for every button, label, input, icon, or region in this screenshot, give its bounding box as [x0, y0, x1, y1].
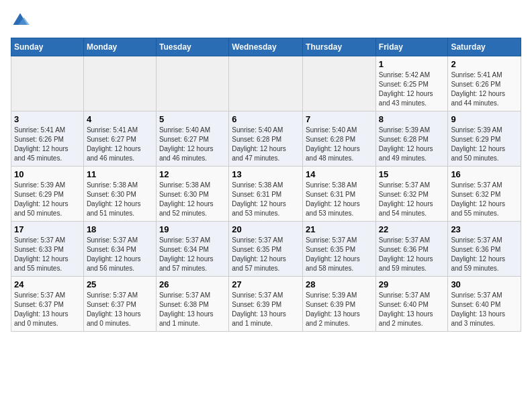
day-info: Sunrise: 5:37 AM Sunset: 6:34 PM Dayligh… [87, 236, 153, 273]
day-info: Sunrise: 5:37 AM Sunset: 6:36 PM Dayligh… [379, 236, 445, 273]
calendar-cell [229, 56, 303, 111]
day-info: Sunrise: 5:37 AM Sunset: 6:36 PM Dayligh… [451, 236, 518, 273]
calendar-cell [156, 56, 228, 111]
day-number: 22 [379, 224, 445, 234]
day-number: 13 [232, 169, 300, 179]
calendar-week-row: 17Sunrise: 5:37 AM Sunset: 6:33 PM Dayli… [11, 222, 521, 277]
calendar-cell: 17Sunrise: 5:37 AM Sunset: 6:33 PM Dayli… [11, 222, 84, 277]
day-info: Sunrise: 5:37 AM Sunset: 6:39 PM Dayligh… [232, 291, 300, 328]
calendar-cell: 30Sunrise: 5:37 AM Sunset: 6:40 PM Dayli… [448, 277, 521, 332]
day-number: 11 [87, 169, 153, 179]
calendar-cell: 2Sunrise: 5:41 AM Sunset: 6:26 PM Daylig… [448, 56, 521, 111]
day-number: 29 [379, 279, 445, 289]
logo [11, 11, 32, 30]
calendar-cell: 14Sunrise: 5:38 AM Sunset: 6:31 PM Dayli… [303, 167, 376, 222]
calendar-cell: 24Sunrise: 5:37 AM Sunset: 6:37 PM Dayli… [11, 277, 84, 332]
calendar-cell: 15Sunrise: 5:37 AM Sunset: 6:32 PM Dayli… [375, 167, 448, 222]
day-number: 28 [306, 279, 373, 289]
calendar-cell: 16Sunrise: 5:37 AM Sunset: 6:32 PM Dayli… [448, 167, 521, 222]
weekday-header-wednesday: Wednesday [229, 38, 303, 56]
day-info: Sunrise: 5:39 AM Sunset: 6:29 PM Dayligh… [451, 126, 518, 163]
day-info: Sunrise: 5:39 AM Sunset: 6:39 PM Dayligh… [306, 291, 373, 328]
calendar-cell: 3Sunrise: 5:41 AM Sunset: 6:26 PM Daylig… [11, 111, 84, 167]
day-info: Sunrise: 5:41 AM Sunset: 6:26 PM Dayligh… [14, 126, 81, 163]
day-info: Sunrise: 5:40 AM Sunset: 6:28 PM Dayligh… [306, 126, 373, 163]
calendar-cell: 29Sunrise: 5:37 AM Sunset: 6:40 PM Dayli… [375, 277, 448, 332]
day-info: Sunrise: 5:38 AM Sunset: 6:31 PM Dayligh… [232, 181, 300, 218]
day-info: Sunrise: 5:37 AM Sunset: 6:37 PM Dayligh… [14, 291, 81, 328]
day-number: 26 [159, 279, 226, 289]
day-info: Sunrise: 5:37 AM Sunset: 6:32 PM Dayligh… [451, 181, 518, 218]
day-info: Sunrise: 5:37 AM Sunset: 6:40 PM Dayligh… [451, 291, 518, 328]
day-info: Sunrise: 5:41 AM Sunset: 6:26 PM Dayligh… [451, 71, 518, 108]
day-info: Sunrise: 5:38 AM Sunset: 6:30 PM Dayligh… [159, 181, 226, 218]
day-info: Sunrise: 5:37 AM Sunset: 6:33 PM Dayligh… [14, 236, 81, 273]
calendar-cell: 6Sunrise: 5:40 AM Sunset: 6:28 PM Daylig… [229, 111, 303, 167]
day-number: 1 [379, 59, 445, 69]
calendar-week-row: 3Sunrise: 5:41 AM Sunset: 6:26 PM Daylig… [11, 111, 521, 167]
day-number: 17 [14, 224, 81, 234]
calendar-cell: 27Sunrise: 5:37 AM Sunset: 6:39 PM Dayli… [229, 277, 303, 332]
calendar-cell [11, 56, 84, 111]
day-info: Sunrise: 5:37 AM Sunset: 6:35 PM Dayligh… [232, 236, 300, 273]
weekday-header-thursday: Thursday [303, 38, 376, 56]
weekday-header-saturday: Saturday [448, 38, 521, 56]
weekday-header-row: SundayMondayTuesdayWednesdayThursdayFrid… [11, 38, 521, 56]
calendar-cell: 1Sunrise: 5:42 AM Sunset: 6:25 PM Daylig… [375, 56, 448, 111]
calendar-cell: 25Sunrise: 5:37 AM Sunset: 6:37 PM Dayli… [83, 277, 156, 332]
calendar-cell: 4Sunrise: 5:41 AM Sunset: 6:27 PM Daylig… [83, 111, 156, 167]
day-info: Sunrise: 5:41 AM Sunset: 6:27 PM Dayligh… [87, 126, 153, 163]
calendar-week-row: 1Sunrise: 5:42 AM Sunset: 6:25 PM Daylig… [11, 56, 521, 111]
calendar-cell: 22Sunrise: 5:37 AM Sunset: 6:36 PM Dayli… [375, 222, 448, 277]
calendar-cell: 20Sunrise: 5:37 AM Sunset: 6:35 PM Dayli… [229, 222, 303, 277]
day-number: 14 [306, 169, 373, 179]
day-number: 10 [14, 169, 81, 179]
weekday-header-tuesday: Tuesday [156, 38, 228, 56]
day-info: Sunrise: 5:39 AM Sunset: 6:29 PM Dayligh… [14, 181, 81, 218]
weekday-header-friday: Friday [375, 38, 448, 56]
day-info: Sunrise: 5:37 AM Sunset: 6:34 PM Dayligh… [159, 236, 226, 273]
day-number: 15 [379, 169, 445, 179]
day-info: Sunrise: 5:38 AM Sunset: 6:30 PM Dayligh… [87, 181, 153, 218]
day-number: 9 [451, 114, 518, 124]
calendar-cell [83, 56, 156, 111]
day-number: 5 [159, 114, 226, 124]
day-number: 19 [159, 224, 226, 234]
calendar-cell: 19Sunrise: 5:37 AM Sunset: 6:34 PM Dayli… [156, 222, 228, 277]
calendar-cell: 26Sunrise: 5:37 AM Sunset: 6:38 PM Dayli… [156, 277, 228, 332]
calendar-cell: 23Sunrise: 5:37 AM Sunset: 6:36 PM Dayli… [448, 222, 521, 277]
calendar-cell: 18Sunrise: 5:37 AM Sunset: 6:34 PM Dayli… [83, 222, 156, 277]
day-number: 3 [14, 114, 81, 124]
day-number: 16 [451, 169, 518, 179]
calendar-cell: 5Sunrise: 5:40 AM Sunset: 6:27 PM Daylig… [156, 111, 228, 167]
calendar-cell: 13Sunrise: 5:38 AM Sunset: 6:31 PM Dayli… [229, 167, 303, 222]
calendar-cell: 12Sunrise: 5:38 AM Sunset: 6:30 PM Dayli… [156, 167, 228, 222]
calendar-week-row: 10Sunrise: 5:39 AM Sunset: 6:29 PM Dayli… [11, 167, 521, 222]
day-number: 27 [232, 279, 300, 289]
page-header [11, 11, 521, 30]
day-number: 25 [87, 279, 153, 289]
calendar-cell: 11Sunrise: 5:38 AM Sunset: 6:30 PM Dayli… [83, 167, 156, 222]
day-number: 24 [14, 279, 81, 289]
weekday-header-sunday: Sunday [11, 38, 84, 56]
day-number: 4 [87, 114, 153, 124]
day-info: Sunrise: 5:37 AM Sunset: 6:40 PM Dayligh… [379, 291, 445, 328]
day-info: Sunrise: 5:38 AM Sunset: 6:31 PM Dayligh… [306, 181, 373, 218]
day-info: Sunrise: 5:37 AM Sunset: 6:38 PM Dayligh… [159, 291, 226, 328]
day-info: Sunrise: 5:40 AM Sunset: 6:27 PM Dayligh… [159, 126, 226, 163]
day-info: Sunrise: 5:37 AM Sunset: 6:32 PM Dayligh… [379, 181, 445, 218]
calendar-cell: 7Sunrise: 5:40 AM Sunset: 6:28 PM Daylig… [303, 111, 376, 167]
day-number: 12 [159, 169, 226, 179]
calendar-cell: 10Sunrise: 5:39 AM Sunset: 6:29 PM Dayli… [11, 167, 84, 222]
calendar-table: SundayMondayTuesdayWednesdayThursdayFrid… [11, 38, 521, 332]
day-number: 23 [451, 224, 518, 234]
day-number: 30 [451, 279, 518, 289]
day-number: 6 [232, 114, 300, 124]
day-number: 2 [451, 59, 518, 69]
day-number: 20 [232, 224, 300, 234]
day-number: 21 [306, 224, 373, 234]
calendar-cell: 21Sunrise: 5:37 AM Sunset: 6:35 PM Dayli… [303, 222, 376, 277]
calendar-cell: 28Sunrise: 5:39 AM Sunset: 6:39 PM Dayli… [303, 277, 376, 332]
calendar-cell [303, 56, 376, 111]
day-info: Sunrise: 5:42 AM Sunset: 6:25 PM Dayligh… [379, 71, 445, 108]
